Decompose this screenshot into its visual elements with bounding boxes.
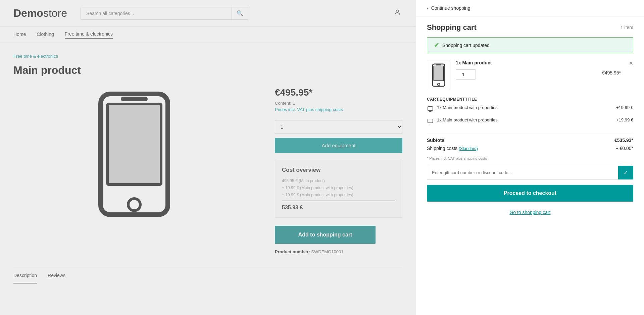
svg-point-0 xyxy=(396,10,398,12)
phone-image xyxy=(97,91,171,218)
shipping-link[interactable]: (Standard) xyxy=(459,146,478,151)
cost-label-0: (Main product) xyxy=(299,178,325,183)
chevron-left-icon: ‹ xyxy=(427,5,429,11)
tab-reviews[interactable]: Reviews xyxy=(48,268,65,283)
header-icons xyxy=(392,7,402,19)
cost-label-2: (Main product with properties) xyxy=(300,193,353,197)
product-details: €495.95* Content: 1 Prices incl. VAT plu… xyxy=(275,87,402,254)
product-number: Product number: SWDEMO10001 xyxy=(275,249,402,254)
cost-overview-title: Cost overview xyxy=(282,167,395,173)
cart-totals: Subtotal €535.93* Shipping costs (Standa… xyxy=(416,138,644,151)
cost-row-1: + 19.99 € (Main product with properties) xyxy=(282,185,395,190)
search-button[interactable]: 🔍 xyxy=(232,7,248,19)
cart-header: Shopping cart 1 item xyxy=(416,23,644,37)
cost-overview: Cost overview 495.95 € (Main product) + … xyxy=(275,160,402,218)
cart-item-info: 1x Main product xyxy=(456,60,597,80)
quantity-select[interactable]: 1 2 3 xyxy=(275,120,402,134)
cost-amount-2: + 19.99 € xyxy=(282,193,299,197)
header: Demostore 🔍 xyxy=(0,0,416,27)
cart-success-banner: ✔ Shopping cart updated xyxy=(427,37,633,53)
vat-note: * Prices incl. VAT plus shipping costs xyxy=(416,156,644,160)
cart-item: 1x Main product €495.95* ✕ xyxy=(416,60,644,97)
svg-rect-3 xyxy=(121,97,148,101)
main-nav: Home Clothing Free time & electronics xyxy=(0,27,416,43)
cart-success-text: Shopping cart updated xyxy=(442,43,490,48)
search-bar: 🔍 xyxy=(81,7,248,20)
equipment-row-0: 1x Main product with properties +19,99 € xyxy=(427,105,633,114)
account-icon[interactable] xyxy=(392,7,402,19)
cart-item-remove-button[interactable]: ✕ xyxy=(629,60,633,66)
logo[interactable]: Demostore xyxy=(13,7,67,19)
success-icon: ✔ xyxy=(434,42,439,49)
equipment-row-1: 1x Main product with properties +19,99 € xyxy=(427,117,633,126)
nav-free-time[interactable]: Free time & electronics xyxy=(65,31,113,39)
cost-row-2: + 19.99 € (Main product with properties) xyxy=(282,192,395,197)
vat-info[interactable]: Prices incl. VAT plus shipping costs xyxy=(275,107,402,112)
equipment-price-0: +19,99 € xyxy=(616,105,633,110)
cart-item-name: 1x Main product xyxy=(456,60,597,65)
product-price: €495.95* xyxy=(275,87,402,98)
discount-area: ✓ xyxy=(416,166,644,179)
cart-item-image xyxy=(427,60,450,90)
page-title: Main product xyxy=(13,64,402,76)
shipping-value: + €0.00* xyxy=(615,146,633,151)
cost-label-1: (Main product with properties) xyxy=(300,186,353,190)
add-to-cart-button[interactable]: Add to shopping cart xyxy=(275,226,376,244)
content-info: Content: 1 xyxy=(275,101,402,106)
equipment-icon-0 xyxy=(427,106,434,114)
equipment-name-0: 1x Main product with properties xyxy=(437,105,613,110)
svg-rect-2 xyxy=(107,104,161,185)
equipment-name-1: 1x Main product with properties xyxy=(437,117,613,122)
cost-amount-0: 495.95 € xyxy=(282,178,298,183)
equipment-price-1: +19,99 € xyxy=(616,117,633,122)
breadcrumb[interactable]: Free time & electronics xyxy=(13,54,402,59)
search-input[interactable] xyxy=(81,7,232,19)
discount-input[interactable] xyxy=(427,166,618,179)
shipping-row: Shipping costs (Standard) + €0.00* xyxy=(427,146,633,151)
svg-rect-10 xyxy=(428,119,433,123)
equipment-title: cart.equipmentTitle xyxy=(427,97,633,102)
add-equipment-button[interactable]: Add equipment xyxy=(275,138,402,153)
cost-total: 535.93 € xyxy=(282,201,395,211)
product-tabs: Description Reviews xyxy=(13,268,402,283)
cart-item-price: €495.95* xyxy=(602,60,621,75)
product-image xyxy=(13,87,255,221)
shipping-label: Shipping costs (Standard) xyxy=(427,146,478,151)
cart-divider xyxy=(427,132,633,132)
checkmark-icon: ✓ xyxy=(624,170,628,175)
subtotal-row: Subtotal €535.93* xyxy=(427,138,633,143)
cart-item-thumb xyxy=(430,63,447,87)
cart-title: Shopping cart xyxy=(427,23,477,32)
equipment-section: cart.equipmentTitle 1x Main product with… xyxy=(416,97,644,126)
svg-rect-9 xyxy=(428,107,433,111)
page-content: Free time & electronics Main product €49… xyxy=(0,43,416,294)
subtotal-label: Subtotal xyxy=(427,138,446,143)
nav-home[interactable]: Home xyxy=(13,32,26,38)
cost-amount-1: + 19.99 € xyxy=(282,186,299,190)
cart-quantity-input[interactable] xyxy=(456,69,476,80)
cost-row-0: 495.95 € (Main product) xyxy=(282,178,395,183)
search-icon: 🔍 xyxy=(237,10,243,16)
cart-item-qty xyxy=(456,69,597,80)
svg-rect-7 xyxy=(436,64,441,65)
cart-panel: ‹ Continue shopping Shopping cart 1 item… xyxy=(416,0,644,315)
svg-rect-6 xyxy=(434,66,443,81)
discount-submit-button[interactable]: ✓ xyxy=(618,166,633,179)
product-area: €495.95* Content: 1 Prices incl. VAT plu… xyxy=(13,87,402,254)
nav-clothing[interactable]: Clothing xyxy=(37,32,54,38)
equipment-icon-1 xyxy=(427,118,434,126)
continue-shopping-button[interactable]: ‹ Continue shopping xyxy=(416,0,644,16)
subtotal-value: €535.93* xyxy=(614,138,633,143)
tab-description[interactable]: Description xyxy=(13,268,37,283)
go-to-cart-button[interactable]: Go to shopping cart xyxy=(427,206,633,219)
cart-item-count: 1 item xyxy=(621,25,633,30)
svg-point-8 xyxy=(438,83,440,86)
checkout-button[interactable]: Proceed to checkout xyxy=(427,185,633,202)
svg-point-4 xyxy=(128,199,140,211)
